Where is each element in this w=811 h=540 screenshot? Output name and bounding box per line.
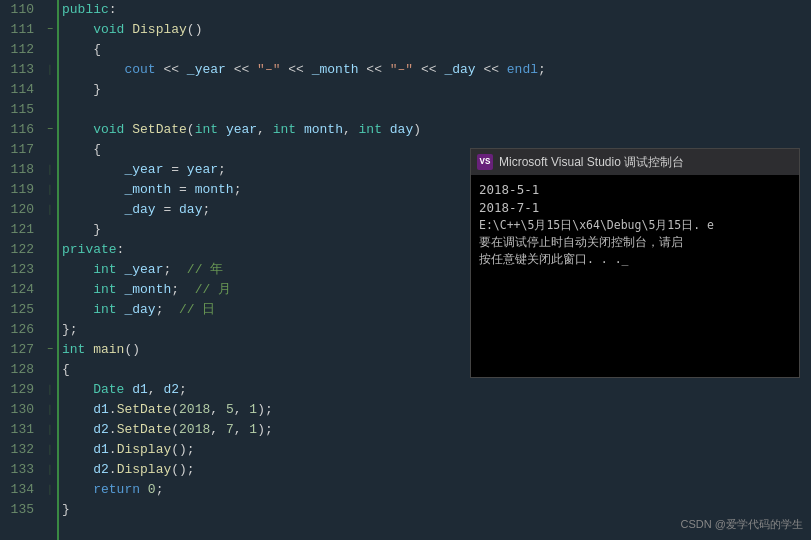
debug-output-line: 2018-7-1 [479,199,791,217]
line-number: 111 [0,20,42,40]
line-number: 126 [0,320,42,340]
line-content: } [58,80,811,100]
line-content: void SetDate(int year, int month, int da… [58,120,811,140]
line-number: 127 [0,340,42,360]
fold-gutter: │ [42,400,58,420]
debug-output-line: 2018-5-1 [479,181,791,199]
fold-gutter: │ [42,200,58,220]
line-number: 114 [0,80,42,100]
code-line: 110public: [0,0,811,20]
fold-gutter: │ [42,60,58,80]
code-line: 113│ cout << _year << "–" << _month << "… [0,60,811,80]
line-number: 125 [0,300,42,320]
line-number: 135 [0,500,42,520]
line-number: 131 [0,420,42,440]
debug-console-title: Microsoft Visual Studio 调试控制台 [499,154,684,171]
watermark: CSDN @爱学代码的学生 [681,517,803,532]
line-number: 133 [0,460,42,480]
fold-gutter: │ [42,380,58,400]
line-content: d1.Display(); [58,440,811,460]
code-line: 130│ d1.SetDate(2018, 5, 1); [0,400,811,420]
vs-icon: VS [477,154,493,170]
fold-gutter: − [42,340,58,360]
debug-output-line: 要在调试停止时自动关闭控制台，请启 [479,234,791,251]
line-number: 115 [0,100,42,120]
line-content: { [58,40,811,60]
code-line: 111− void Display() [0,20,811,40]
line-content: return 0; [58,480,811,500]
line-number: 116 [0,120,42,140]
line-number: 121 [0,220,42,240]
fold-gutter: │ [42,460,58,480]
code-line: 115 [0,100,811,120]
line-number: 128 [0,360,42,380]
line-number: 132 [0,440,42,460]
line-number: 113 [0,60,42,80]
debug-output-line: 按任意键关闭此窗口. . ._ [479,251,791,268]
line-number: 120 [0,200,42,220]
line-number: 130 [0,400,42,420]
line-number: 134 [0,480,42,500]
code-line: 132│ d1.Display(); [0,440,811,460]
line-number: 122 [0,240,42,260]
line-number: 112 [0,40,42,60]
fold-gutter: │ [42,160,58,180]
code-line: 131│ d2.SetDate(2018, 7, 1); [0,420,811,440]
code-line: 134│ return 0; [0,480,811,500]
debug-console-titlebar: VS Microsoft Visual Studio 调试控制台 [471,149,799,175]
line-number: 119 [0,180,42,200]
fold-gutter: │ [42,480,58,500]
line-content: d1.SetDate(2018, 5, 1); [58,400,811,420]
code-line: 133│ d2.Display(); [0,460,811,480]
line-content: cout << _year << "–" << _month << "–" <<… [58,60,811,80]
fold-gutter: │ [42,180,58,200]
line-number: 123 [0,260,42,280]
line-number: 124 [0,280,42,300]
debug-output-line: E:\C++\5月15日\x64\Debug\5月15日. e [479,217,791,234]
line-content: d2.SetDate(2018, 7, 1); [58,420,811,440]
line-number: 117 [0,140,42,160]
code-line: 116− void SetDate(int year, int month, i… [0,120,811,140]
line-content: public: [58,0,811,20]
fold-gutter: │ [42,420,58,440]
line-content: d2.Display(); [58,460,811,480]
fold-gutter: − [42,120,58,140]
debug-console: VS Microsoft Visual Studio 调试控制台 2018-5-… [470,148,800,378]
line-number: 118 [0,160,42,180]
code-line: 112 { [0,40,811,60]
debug-console-body: 2018-5-12018-7-1E:\C++\5月15日\x64\Debug\5… [471,175,799,377]
fold-gutter: │ [42,440,58,460]
line-number: 110 [0,0,42,20]
code-line: 129│ Date d1, d2; [0,380,811,400]
fold-gutter: − [42,20,58,40]
line-number: 129 [0,380,42,400]
line-content: Date d1, d2; [58,380,811,400]
line-content: void Display() [58,20,811,40]
code-line: 114 } [0,80,811,100]
